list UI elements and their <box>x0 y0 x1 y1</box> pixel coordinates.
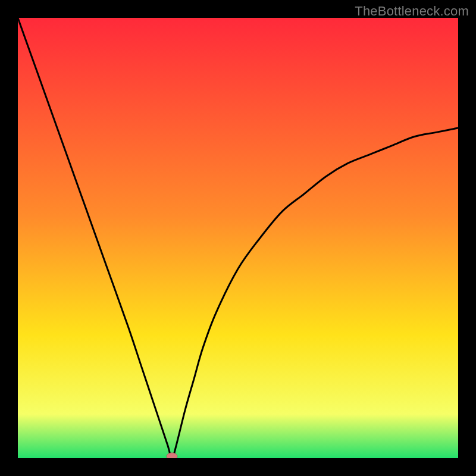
bottleneck-chart <box>18 18 458 458</box>
optimal-point-marker <box>167 453 177 458</box>
chart-frame <box>18 18 458 458</box>
attribution-text: TheBottleneck.com <box>355 4 469 19</box>
gradient-background <box>18 18 458 458</box>
